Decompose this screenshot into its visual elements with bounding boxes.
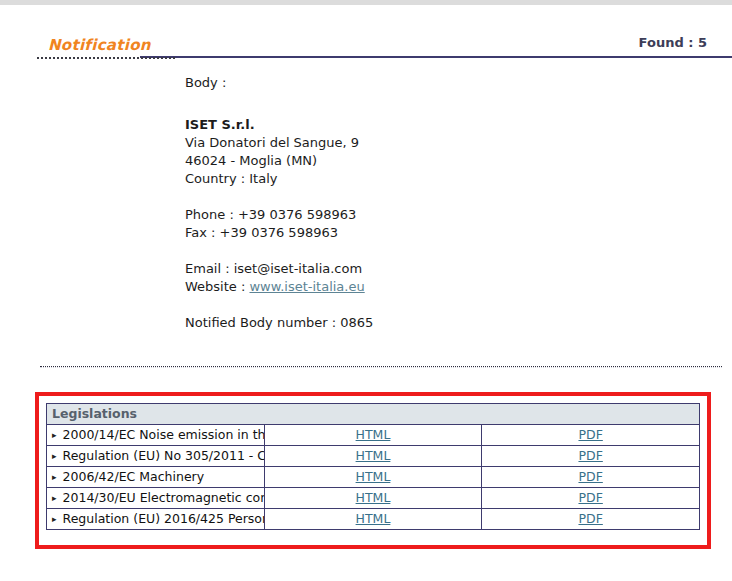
html-link[interactable]: HTML <box>356 427 391 442</box>
legislation-label-cell: ▸2000/14/EC Noise emission in the enviro… <box>47 425 265 446</box>
body-phone: Phone : +39 0376 598963 <box>185 207 356 222</box>
row-arrow-icon: ▸ <box>52 430 57 440</box>
pdf-link-cell: PDF <box>482 446 700 467</box>
table-row: ▸2000/14/EC Noise emission in the enviro… <box>47 425 700 446</box>
html-link-cell: HTML <box>264 467 482 488</box>
body-section-label: Body : <box>185 74 373 92</box>
legislations-header: Legislations <box>47 404 700 425</box>
pdf-link[interactable]: PDF <box>578 469 602 484</box>
legislation-label: 2014/30/EU Electromagnetic compatibility <box>63 490 265 505</box>
html-link-cell: HTML <box>264 425 482 446</box>
body-contact-block: Email : iset@iset-italia.com Website : w… <box>185 260 373 296</box>
body-fax: Fax : +39 0376 598963 <box>185 225 338 240</box>
body-name: ISET S.r.l. <box>185 117 255 132</box>
found-count: Found : 5 <box>639 35 707 50</box>
pdf-link-cell: PDF <box>482 425 700 446</box>
row-arrow-icon: ▸ <box>52 493 57 503</box>
html-link-cell: HTML <box>264 509 482 530</box>
html-link[interactable]: HTML <box>356 511 391 526</box>
html-link[interactable]: HTML <box>356 469 391 484</box>
table-row: ▸2006/42/EC Machinery HTML PDF <box>47 467 700 488</box>
pdf-link-cell: PDF <box>482 488 700 509</box>
body-website-label: Website : <box>185 279 249 294</box>
pdf-link[interactable]: PDF <box>578 511 602 526</box>
table-row: ▸Regulation (EU) No 305/2011 - Construct… <box>47 446 700 467</box>
notified-body-number: Notified Body number : 0865 <box>185 314 373 332</box>
legislation-label-cell: ▸2014/30/EU Electromagnetic compatibilit… <box>47 488 265 509</box>
header-rule-solid <box>140 56 732 58</box>
html-link[interactable]: HTML <box>356 490 391 505</box>
pdf-link[interactable]: PDF <box>578 427 602 442</box>
pdf-link-cell: PDF <box>482 467 700 488</box>
legislation-label: Regulation (EU) No 305/2011 - Constructi… <box>63 448 265 463</box>
table-row: ▸Regulation (EU) 2016/425 Personal prote… <box>47 509 700 530</box>
pdf-link[interactable]: PDF <box>578 448 602 463</box>
legislations-highlight-box: Legislations ▸2000/14/EC Noise emission … <box>35 392 711 549</box>
top-gray-bar <box>0 0 732 5</box>
website-link[interactable]: www.iset-italia.eu <box>249 279 364 294</box>
page-title: Notification <box>48 36 151 54</box>
pdf-link-cell: PDF <box>482 509 700 530</box>
html-link-cell: HTML <box>264 446 482 467</box>
body-phone-block: Phone : +39 0376 598963 Fax : +39 0376 5… <box>185 206 373 242</box>
pdf-link[interactable]: PDF <box>578 490 602 505</box>
row-arrow-icon: ▸ <box>52 472 57 482</box>
legislation-label-cell: ▸Regulation (EU) 2016/425 Personal prote… <box>47 509 265 530</box>
legislation-label: 2006/42/EC Machinery <box>63 469 205 484</box>
section-divider <box>40 366 722 368</box>
row-arrow-icon: ▸ <box>52 451 57 461</box>
row-arrow-icon: ▸ <box>52 514 57 524</box>
legislation-label: Regulation (EU) 2016/425 Personal protec… <box>63 511 265 526</box>
html-link[interactable]: HTML <box>356 448 391 463</box>
body-address-block: ISET S.r.l. Via Donatori del Sangue, 9 4… <box>185 116 373 188</box>
legislation-label-cell: ▸Regulation (EU) No 305/2011 - Construct… <box>47 446 265 467</box>
legislation-label: 2000/14/EC Noise emission in the environ… <box>63 427 265 442</box>
body-details-section: Body : ISET S.r.l. Via Donatori del Sang… <box>185 74 373 350</box>
legislations-table: Legislations ▸2000/14/EC Noise emission … <box>46 403 700 530</box>
html-link-cell: HTML <box>264 488 482 509</box>
body-country: Country : Italy <box>185 171 278 186</box>
header-rule-dotted <box>37 57 175 59</box>
legislations-header-row: Legislations <box>47 404 700 425</box>
body-email: Email : iset@iset-italia.com <box>185 261 362 276</box>
body-address-line1: Via Donatori del Sangue, 9 <box>185 135 359 150</box>
legislation-label-cell: ▸2006/42/EC Machinery <box>47 467 265 488</box>
body-address-line2: 46024 - Moglia (MN) <box>185 153 317 168</box>
table-row: ▸2014/30/EU Electromagnetic compatibilit… <box>47 488 700 509</box>
